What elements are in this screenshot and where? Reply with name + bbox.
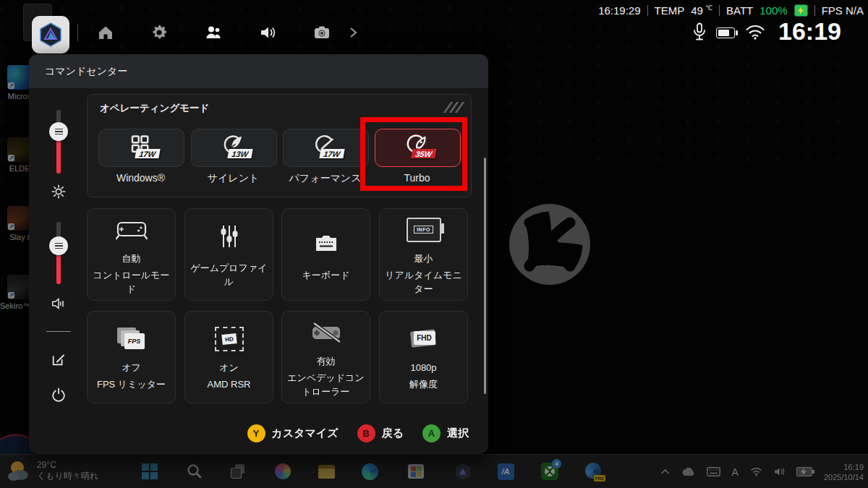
camera-icon[interactable] bbox=[313, 24, 331, 41]
brightness-icon bbox=[51, 184, 67, 200]
shortcut-arrow-icon: ↗ bbox=[8, 82, 14, 89]
edge-button[interactable] bbox=[360, 462, 379, 481]
keyboard-icon bbox=[310, 228, 342, 260]
chevron-right-icon[interactable] bbox=[348, 27, 358, 38]
tile-keyboard[interactable]: キーボード bbox=[281, 208, 370, 301]
tile-label-line1: 自動 bbox=[89, 252, 174, 265]
settings-gear-icon[interactable] bbox=[150, 24, 168, 41]
volume-level-icon bbox=[51, 296, 67, 312]
shortcut-arrow-icon: ↗ bbox=[8, 155, 14, 161]
taskbar-search-button[interactable] bbox=[185, 462, 204, 481]
tile-label-line2: エンベデッドコントローラー bbox=[284, 371, 368, 398]
xbox-app-icon: 4 bbox=[541, 463, 558, 480]
copilot-button[interactable] bbox=[273, 462, 292, 481]
xbox-wallpaper-logo bbox=[508, 202, 592, 286]
tile-embedded-controller[interactable]: 有効 エンベデッドコントローラー bbox=[281, 311, 370, 403]
windows-start-icon bbox=[142, 463, 158, 479]
hint-back[interactable]: B 戻る bbox=[357, 424, 404, 442]
users-icon[interactable] bbox=[205, 24, 222, 41]
tile-label-line2: AMD RSR bbox=[187, 377, 271, 391]
temp-label: TEMP bbox=[655, 4, 685, 17]
tile-amd-rsr[interactable]: HD オン AMD RSR bbox=[184, 311, 273, 403]
b-button-icon: B bbox=[357, 424, 375, 442]
sliders-icon bbox=[216, 221, 242, 252]
fps-stack-icon: FPS bbox=[117, 323, 146, 355]
command-center-app-button[interactable] bbox=[454, 462, 472, 481]
tile-label-line2: FPS リミッター bbox=[89, 377, 174, 391]
status-time: 16:19:29 bbox=[598, 4, 640, 17]
tile-resolution[interactable]: FHD 1080p 解像度 bbox=[379, 311, 468, 403]
task-view-button[interactable] bbox=[229, 462, 247, 481]
ime-indicator[interactable]: A bbox=[732, 466, 739, 478]
xbox-notification-badge: 4 bbox=[552, 459, 561, 468]
edge-icon bbox=[362, 463, 378, 480]
volume-icon[interactable] bbox=[259, 24, 276, 41]
battery-percent: 100% bbox=[760, 4, 787, 17]
tile-minimal-realtime-monitor[interactable]: INFO 最小 リアルタイムモニター bbox=[379, 208, 468, 301]
panel-scrollbar[interactable] bbox=[484, 158, 486, 394]
wifi-icon bbox=[745, 24, 765, 40]
tray-volume-icon[interactable] bbox=[774, 467, 785, 476]
file-explorer-button[interactable] bbox=[317, 462, 336, 481]
tile-label-line1: オン bbox=[187, 361, 271, 374]
brightness-slider-handle[interactable] bbox=[49, 122, 68, 141]
hint-customize[interactable]: Y カスタマイズ bbox=[247, 424, 339, 442]
taskbar-weather-widget[interactable]: 29°C くもり時々晴れ bbox=[6, 458, 98, 484]
mode-button-windows[interactable]: 17W bbox=[98, 129, 184, 167]
file-explorer-icon bbox=[318, 465, 335, 479]
tray-clock[interactable]: 16:19 2025/10/14 bbox=[824, 462, 864, 482]
screen: R G B X D R G B X D R G B X D R G B X D … bbox=[0, 0, 868, 488]
edge-shortcut-icon: ↗ bbox=[7, 65, 32, 90]
xbox-app-button[interactable]: 4 bbox=[540, 462, 559, 481]
volume-slider-handle[interactable] bbox=[49, 236, 68, 255]
watt-badge: 13W bbox=[227, 149, 252, 158]
handheld-console-icon bbox=[113, 214, 150, 246]
turbo-highlight-annotation bbox=[360, 117, 467, 191]
touch-keyboard-icon[interactable] bbox=[707, 467, 720, 476]
weather-condition: くもり時々晴れ bbox=[37, 470, 98, 482]
onedrive-icon[interactable] bbox=[681, 467, 695, 476]
hint-label: 選択 bbox=[447, 427, 469, 440]
topbar-divider bbox=[77, 24, 78, 41]
microsoft-store-button[interactable] bbox=[407, 462, 425, 481]
microsoft-store-icon bbox=[408, 464, 424, 479]
watt-badge: 17W bbox=[319, 149, 344, 158]
handheld-disabled-icon bbox=[307, 317, 346, 348]
tray-battery-icon[interactable] bbox=[796, 467, 812, 476]
tray-time: 16:19 bbox=[824, 462, 864, 472]
info-monitor-icon: INFO bbox=[407, 214, 441, 246]
mode-label-windows: Windows® bbox=[98, 170, 183, 186]
edit-icon[interactable] bbox=[51, 351, 67, 367]
xbox-insider-button[interactable]: PRE bbox=[584, 462, 603, 481]
tray-wifi-icon[interactable] bbox=[750, 467, 762, 476]
command-center-launcher-button[interactable] bbox=[32, 16, 69, 53]
tile-game-profile[interactable]: ゲームプロファイル bbox=[184, 208, 273, 301]
panel-title: コマンドセンター bbox=[45, 54, 127, 88]
tile-fps-limiter[interactable]: FPS オフ FPS リミッター bbox=[87, 311, 176, 403]
panel-header: コマンドセンター bbox=[29, 54, 488, 88]
home-icon[interactable] bbox=[97, 24, 114, 41]
sidebar-divider bbox=[46, 331, 71, 332]
status-bar: 16:19:29 TEMP 49 ℃ BATT 100% FPS N/A bbox=[598, 4, 864, 17]
y-button-icon: Y bbox=[247, 424, 265, 442]
mode-button-performance[interactable]: 17W bbox=[283, 129, 369, 167]
weather-temp: 29°C bbox=[37, 460, 98, 470]
tray-chevron-up-icon[interactable] bbox=[660, 468, 670, 475]
tile-auto-control-mode[interactable]: 自動 コントロールモード bbox=[87, 208, 176, 301]
start-button[interactable] bbox=[140, 462, 159, 481]
tile-label-line1: オフ bbox=[89, 361, 174, 374]
mode-button-silent[interactable]: 13W bbox=[191, 129, 277, 167]
power-icon[interactable] bbox=[51, 387, 67, 403]
command-center-panel: コマンドセンター オペレーティングモード bbox=[29, 54, 488, 454]
controller-hints: Y カスタマイズ B 戻る A 選択 bbox=[247, 424, 469, 442]
weather-sun-cloud-icon bbox=[6, 458, 32, 484]
brightness-slider[interactable] bbox=[56, 110, 61, 174]
tray-date: 2025/10/14 bbox=[824, 472, 864, 482]
hint-label: カスタマイズ bbox=[272, 427, 339, 440]
taskbar: 29°C くもり時々晴れ bbox=[0, 454, 868, 488]
task-view-icon bbox=[231, 464, 245, 479]
mode-label-performance: パフォーマンス bbox=[283, 170, 367, 186]
hint-select[interactable]: A 選択 bbox=[422, 424, 469, 442]
clock-large: 16:19 bbox=[778, 17, 841, 46]
app-a-button[interactable]: /A bbox=[496, 462, 515, 481]
